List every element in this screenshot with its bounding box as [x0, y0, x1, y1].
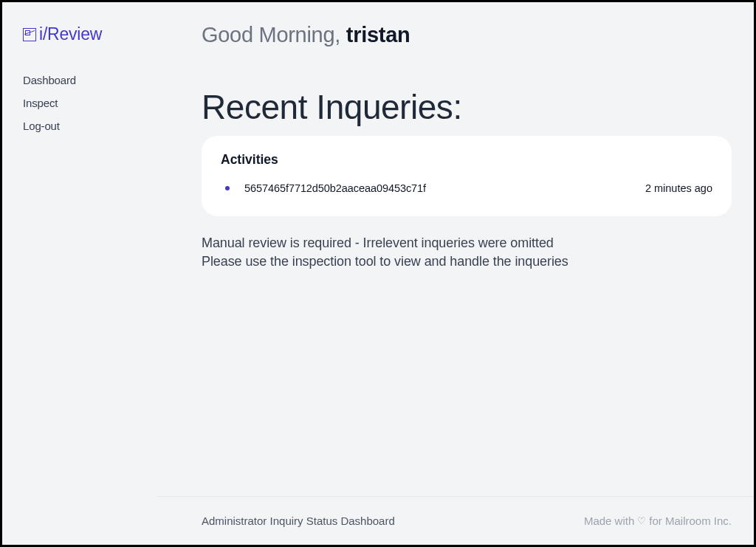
card-title: Activities	[221, 152, 712, 168]
footer-right-prefix: Made with	[584, 515, 634, 527]
nav-item-inspect[interactable]: Inspect	[23, 97, 137, 109]
greeting-prefix: Good Morning,	[202, 23, 346, 47]
note-line-1: Manual review is required - Irrelevent i…	[202, 234, 732, 252]
footer-right: Made with ♡ for Mailroom Inc.	[584, 515, 732, 527]
heart-icon: ♡	[637, 516, 646, 526]
brand-logo[interactable]: i/Review	[23, 24, 137, 44]
nav-list: Dashboard Inspect Log-out	[23, 74, 137, 132]
activity-id: 5657465f7712d50b2aaceaa09453c71f	[244, 182, 645, 194]
nav-item-dashboard[interactable]: Dashboard	[23, 74, 137, 86]
brand-name: i/Review	[39, 24, 102, 44]
broken-image-icon	[23, 28, 36, 41]
footer-left: Administrator Inquiry Status Dashboard	[202, 515, 395, 527]
sidebar: i/Review Dashboard Inspect Log-out	[2, 2, 157, 496]
activity-time: 2 minutes ago	[645, 182, 712, 194]
note-line-2: Please use the inspection tool to view a…	[202, 252, 732, 271]
section-title: Recent Inqueries:	[202, 87, 732, 127]
greeting: Good Morning, tristan	[202, 23, 732, 47]
activities-card: Activities 5657465f7712d50b2aaceaa09453c…	[202, 136, 732, 216]
main-content: Good Morning, tristan Recent Inqueries: …	[157, 2, 754, 496]
nav-item-logout[interactable]: Log-out	[23, 120, 137, 132]
footer: Administrator Inquiry Status Dashboard M…	[157, 496, 754, 545]
greeting-name: tristan	[346, 23, 410, 47]
activity-row[interactable]: 5657465f7712d50b2aaceaa09453c71f 2 minut…	[221, 182, 712, 194]
footer-right-suffix: for Mailroom Inc.	[649, 515, 732, 527]
bullet-dot-icon	[225, 186, 230, 190]
